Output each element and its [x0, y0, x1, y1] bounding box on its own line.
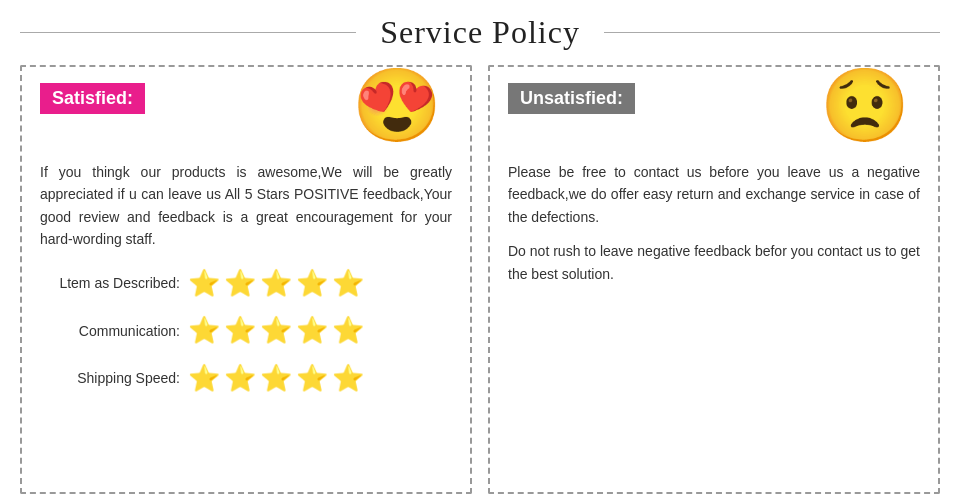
unsatisfied-panel: Unsatisfied: 😟 Please be free to contact…: [488, 65, 940, 494]
stars-section: Ltem as Described: ⭐ ⭐ ⭐ ⭐ ⭐ Communicati…: [40, 263, 452, 400]
shipping-row: Shipping Speed: ⭐ ⭐ ⭐ ⭐ ⭐: [40, 358, 452, 400]
comm-star-5: ⭐: [332, 310, 364, 352]
comm-star-1: ⭐: [188, 310, 220, 352]
ship-star-1: ⭐: [188, 358, 220, 400]
ship-star-2: ⭐: [224, 358, 256, 400]
title-row: Service Policy: [20, 14, 940, 51]
columns: Satisfied: 😍 If you thingk our products …: [20, 65, 940, 494]
comm-star-3: ⭐: [260, 310, 292, 352]
shipping-label: Shipping Speed:: [40, 367, 180, 389]
ship-star-4: ⭐: [296, 358, 328, 400]
communication-row: Communication: ⭐ ⭐ ⭐ ⭐ ⭐: [40, 310, 452, 352]
page-title: Service Policy: [356, 14, 604, 51]
satisfied-header: Satisfied: 😍: [40, 83, 452, 151]
star-5: ⭐: [332, 263, 364, 305]
page-container: Service Policy Satisfied: 😍 If you thing…: [0, 0, 960, 504]
unsatisfied-emoji: 😟: [820, 69, 910, 141]
star-4: ⭐: [296, 263, 328, 305]
unsatisfied-badge: Unsatisfied:: [508, 83, 635, 114]
ship-star-3: ⭐: [260, 358, 292, 400]
satisfied-text: If you thingk our products is awesome,We…: [40, 161, 452, 251]
unsatisfied-body: Please be free to contact us before you …: [508, 161, 920, 478]
title-line-left: [20, 32, 356, 33]
unsatisfied-header: Unsatisfied: 😟: [508, 83, 920, 151]
item-described-row: Ltem as Described: ⭐ ⭐ ⭐ ⭐ ⭐: [40, 263, 452, 305]
satisfied-body: If you thingk our products is awesome,We…: [40, 161, 452, 478]
satisfied-emoji: 😍: [352, 69, 442, 141]
comm-star-4: ⭐: [296, 310, 328, 352]
comm-star-2: ⭐: [224, 310, 256, 352]
star-1: ⭐: [188, 263, 220, 305]
ship-star-5: ⭐: [332, 358, 364, 400]
unsatisfied-text-1: Please be free to contact us before you …: [508, 161, 920, 228]
title-line-right: [604, 32, 940, 33]
satisfied-panel: Satisfied: 😍 If you thingk our products …: [20, 65, 472, 494]
unsatisfied-text-2: Do not rush to leave negative feedback b…: [508, 240, 920, 285]
star-2: ⭐: [224, 263, 256, 305]
item-described-label: Ltem as Described:: [40, 272, 180, 294]
satisfied-badge: Satisfied:: [40, 83, 145, 114]
communication-label: Communication:: [40, 320, 180, 342]
star-3: ⭐: [260, 263, 292, 305]
